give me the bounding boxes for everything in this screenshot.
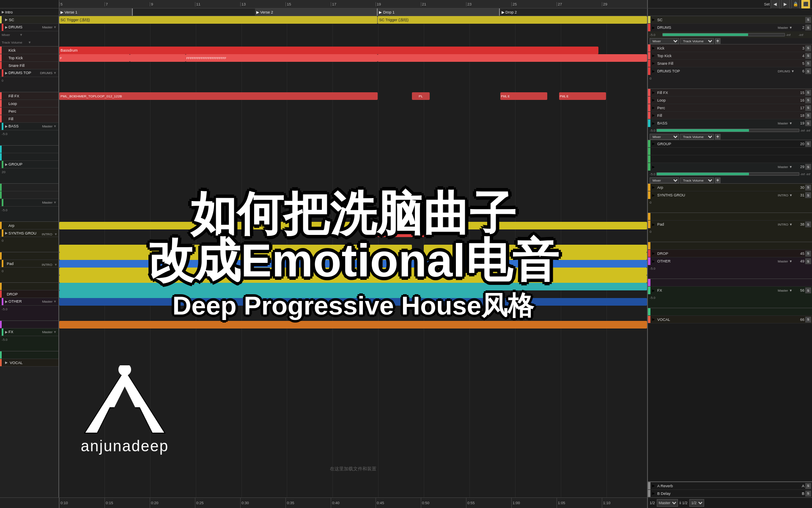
track-sc[interactable]: ▶ SC bbox=[0, 16, 58, 24]
bottom-transport: 1/2 Master ii 1/2 1/2 bbox=[647, 498, 812, 508]
track-fill-fx[interactable]: Fill FX bbox=[0, 92, 58, 100]
marker-drop1[interactable]: ▶ Drop 1 bbox=[378, 8, 500, 16]
back-btn[interactable]: ◀ bbox=[771, 0, 780, 9]
clip-drop-red[interactable] bbox=[378, 229, 425, 237]
clip-dark-blue[interactable] bbox=[59, 298, 647, 306]
track-loop[interactable]: Loop bbox=[0, 100, 58, 108]
transport-select[interactable]: Master bbox=[657, 499, 678, 507]
track-pad-sub[interactable] bbox=[0, 283, 58, 290]
drums-solo-btn[interactable]: S bbox=[805, 25, 811, 30]
snare-solo[interactable]: S bbox=[805, 61, 811, 66]
track-drop[interactable]: DROP bbox=[0, 290, 58, 298]
right-pad-row[interactable]: ▶ Pad INTRO ▼ 38 S bbox=[648, 221, 812, 228]
right-drop-row[interactable]: ▶ DROP 45 S bbox=[648, 250, 812, 257]
track-pad-group[interactable]: Pad INTRO ▼ 0 bbox=[0, 260, 58, 283]
clip-kick-1[interactable]: F bbox=[59, 54, 130, 62]
right-arp-row[interactable]: ▶ Arp 30 S bbox=[648, 184, 812, 191]
clip-blue-2[interactable] bbox=[383, 260, 647, 268]
right-kick-row[interactable]: ▶ Kick 3 S bbox=[648, 44, 812, 52]
marker-drop2[interactable]: ▶ Drop 2 bbox=[500, 8, 647, 16]
bass-add-btn[interactable]: + bbox=[715, 134, 721, 140]
track-group-master[interactable]: Master ▼ -5.0 bbox=[0, 199, 58, 222]
track-synths-group[interactable]: ▶ SYNTHS GROU INTRO ▼ 0 bbox=[0, 229, 58, 252]
track-bass-group[interactable]: ▶ BASS Master ▼ -5.0 bbox=[0, 123, 58, 146]
clip-orange[interactable] bbox=[59, 321, 647, 329]
top-kick-solo[interactable]: S bbox=[805, 53, 811, 59]
clip-blue-1[interactable] bbox=[59, 260, 378, 268]
right-a-reverb-row[interactable]: ▶ A Reverb A S bbox=[648, 482, 812, 490]
right-vocal-row[interactable]: ▶ VOCAL 66 S bbox=[648, 316, 812, 323]
clip-teal-1[interactable] bbox=[59, 283, 647, 290]
right-track-sc[interactable]: ▶ SC S bbox=[648, 16, 812, 24]
track-bass-sub1[interactable] bbox=[0, 146, 58, 153]
clip-yellow-4[interactable] bbox=[59, 268, 647, 275]
bass-mixer-sel[interactable]: Mixer bbox=[650, 134, 679, 140]
clip-sc-trigger-1[interactable]: SC Trigger (冻结) bbox=[59, 16, 378, 24]
marker-verse2[interactable]: ▶ Verse 2 bbox=[255, 8, 378, 16]
right-other-row[interactable]: ▶ OTHER Master ▼ 49 S bbox=[648, 257, 812, 265]
right-drums-top-row[interactable]: ▶ DRUMS TOP DRUMS ▼ 6 S bbox=[648, 67, 812, 75]
time-sig-select[interactable]: 1/2 bbox=[689, 499, 704, 507]
track-group-main[interactable]: ▶ GROUP 20 bbox=[0, 161, 58, 184]
clip-kick-4[interactable] bbox=[378, 54, 647, 62]
track-perc[interactable]: Perc bbox=[0, 108, 58, 115]
track-bass-sub2[interactable] bbox=[0, 153, 58, 161]
clip-yellow-full[interactable] bbox=[59, 222, 647, 229]
track-group-sub2[interactable] bbox=[0, 191, 58, 199]
track-group-sub1[interactable] bbox=[0, 184, 58, 191]
marker-verse1[interactable]: ▶ Verse 1 bbox=[59, 8, 133, 16]
right-synths-row[interactable]: ▶ SYNTHS GROU INTRO ▼ 31 S bbox=[648, 191, 812, 199]
track-other-sub[interactable] bbox=[0, 321, 58, 329]
right-bass-row[interactable]: ▶ BASS Master ▼ 19 S bbox=[648, 119, 812, 127]
drums-mixer-sel[interactable]: Mixer bbox=[650, 38, 679, 44]
right-drums-group: ▶ DRUMS Master ▼ 2 S -5.0 -inf bbox=[648, 24, 812, 44]
right-top-kick-row[interactable]: ▶ Top Kick 4 S bbox=[648, 52, 812, 60]
lock-btn[interactable]: 🔒 bbox=[791, 0, 800, 9]
right-group-row[interactable]: ▶ GROUP 20 S bbox=[648, 140, 812, 148]
clip-bassdrum[interactable]: Bassdrum bbox=[59, 47, 598, 54]
right-group-master-row[interactable]: ▶ Master ▼ 29 S bbox=[648, 163, 812, 171]
right-loop-row[interactable]: ▶ Loop 16 S bbox=[648, 97, 812, 104]
right-fx-row[interactable]: ▶ FX Master ▼ 56 S bbox=[648, 287, 812, 294]
ruler-mark-17: 17 bbox=[331, 2, 336, 6]
track-vocal[interactable]: ▶ VOCAL bbox=[0, 359, 58, 367]
clip-pml-3[interactable]: PML E bbox=[559, 92, 606, 100]
clip-teal-2[interactable] bbox=[59, 290, 500, 298]
track-other-group[interactable]: ▶ OTHER Master ▼ -5.0 bbox=[0, 298, 58, 321]
track-drums-top-group[interactable]: ▶ DRUMS TOP DRUMS ▼ 0 bbox=[0, 69, 58, 92]
clip-yellow-3[interactable] bbox=[59, 252, 647, 260]
clip-pml-1[interactable]: PML_BOEHMER_TOPLOOP_012_122B bbox=[59, 92, 378, 100]
right-fill-fx-row[interactable]: ▶ Fill FX 15 S bbox=[648, 89, 812, 97]
clip-yellow-5[interactable] bbox=[59, 275, 647, 283]
track-snare-fill[interactable]: Snare Fill bbox=[0, 62, 58, 69]
clip-kick-3[interactable]: FFFFFFFFFFFFFFFFFFFFFF bbox=[186, 54, 378, 62]
track-synths-sub[interactable] bbox=[0, 252, 58, 260]
bass-vol-sel[interactable]: Track Volume bbox=[680, 134, 714, 140]
clip-pl[interactable]: PL bbox=[412, 92, 430, 100]
clip-kick-2[interactable] bbox=[130, 54, 186, 62]
track-top-kick[interactable]: Top Kick bbox=[0, 54, 58, 62]
right-perc-row[interactable]: ▶ Perc 17 S bbox=[648, 104, 812, 112]
clip-yellow-2[interactable] bbox=[424, 245, 647, 252]
right-b-delay-row[interactable]: ▶ B Delay B S bbox=[648, 490, 812, 497]
drums-vol-sel[interactable]: Track Volume bbox=[680, 38, 714, 44]
right-drums-row[interactable]: ▶ DRUMS Master ▼ 2 S bbox=[648, 24, 812, 31]
track-fx-sub[interactable] bbox=[0, 351, 58, 359]
track-arp[interactable]: Arp bbox=[0, 222, 58, 229]
kick-solo[interactable]: S bbox=[805, 45, 811, 51]
track-fill[interactable]: Fill bbox=[0, 115, 58, 123]
right-fill-row[interactable]: ▶ Fill 18 S bbox=[648, 112, 812, 119]
clip-yellow-1[interactable] bbox=[59, 245, 412, 252]
right-snare-row[interactable]: ▶ Snare Fill 5 S bbox=[648, 60, 812, 67]
track-fx-group[interactable]: ▶ FX Master ▼ -5.0 bbox=[0, 329, 58, 351]
track-drums-group[interactable]: ▶ DRUMS Master ▼ Mixer ▼ Track Volume ▼ bbox=[0, 24, 58, 47]
forward-btn[interactable]: ▶ bbox=[781, 0, 790, 9]
drums-top-solo[interactable]: S bbox=[805, 68, 811, 74]
track-kick[interactable]: Kick bbox=[0, 47, 58, 54]
arrangement-view[interactable]: SC Trigger (冻结) SC Trigger (冻结) Bassdrum… bbox=[59, 16, 647, 497]
clip-sc-trigger-2[interactable]: SC Trigger (冻结) bbox=[378, 16, 647, 24]
clip-pml-2[interactable]: PML E bbox=[500, 92, 547, 100]
midi-btn[interactable]: ⬛ bbox=[801, 0, 810, 9]
sc-solo-btn[interactable]: S bbox=[805, 17, 811, 23]
drums-add-btn[interactable]: + bbox=[715, 38, 721, 44]
